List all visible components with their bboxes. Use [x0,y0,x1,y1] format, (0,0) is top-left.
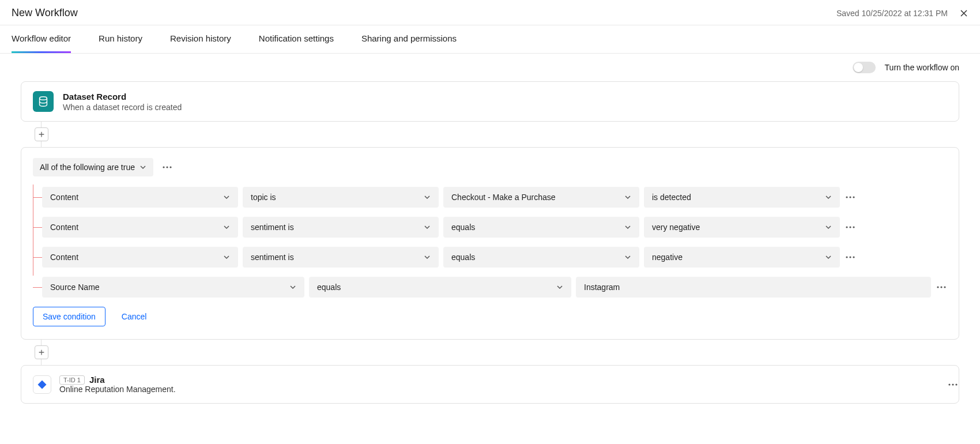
rule-result-select[interactable]: is detected [644,187,840,208]
rule-value-select[interactable]: equals [443,217,639,238]
svg-point-9 [853,226,854,228]
svg-point-5 [849,196,851,198]
chevron-down-icon [825,224,832,231]
chevron-down-icon [624,194,631,201]
rule-value-select[interactable]: equals [443,247,639,268]
action-title: Jira [89,375,105,385]
chevron-down-icon [223,224,230,231]
rule-menu-button[interactable] [845,191,856,203]
condition-rule-row: Source Name equals Instagram [42,277,947,298]
chevron-down-icon [223,194,230,201]
svg-point-1 [163,166,164,168]
chevron-down-icon [825,194,832,201]
rule-operator-select[interactable]: equals [309,277,571,298]
svg-point-4 [846,196,847,198]
action-badge: T-ID 1 [59,375,85,385]
trigger-subtitle: When a dataset record is created [63,103,182,112]
action-menu-button[interactable] [947,379,959,390]
add-step-button[interactable] [35,127,48,141]
close-icon[interactable] [959,9,968,18]
tab-notification-settings[interactable]: Notification settings [259,25,334,53]
chevron-down-icon [424,254,431,261]
chevron-down-icon [424,224,431,231]
trigger-title: Dataset Record [63,92,182,101]
trigger-card[interactable]: Dataset Record When a dataset record is … [21,81,959,122]
svg-point-10 [846,256,847,258]
chevron-down-icon [624,254,631,261]
svg-point-6 [853,196,854,198]
rule-field-select[interactable]: Content [42,187,238,208]
rule-value-select[interactable]: Instagram [576,277,931,298]
rule-value-select[interactable]: Checkout - Make a Purchase [443,187,639,208]
add-step-button[interactable] [35,345,48,359]
chevron-down-icon [289,284,296,291]
svg-point-0 [40,97,47,100]
rule-menu-button[interactable] [936,281,947,293]
save-condition-button[interactable]: Save condition [33,307,105,326]
condition-rule-row: Content sentiment is equals negative [42,247,947,268]
rule-menu-button[interactable] [845,251,856,263]
svg-point-3 [169,166,171,168]
svg-point-2 [166,166,168,168]
rule-operator-select[interactable]: topic is [243,187,439,208]
condition-scope-label: All of the following are true [40,163,135,172]
page-title: New Workflow [12,7,78,19]
chevron-down-icon [624,224,631,231]
rule-field-select[interactable]: Content [42,247,238,268]
tab-run-history[interactable]: Run history [99,25,142,53]
rule-menu-button[interactable] [845,221,856,233]
condition-card: All of the following are true Content to… [21,147,959,340]
workflow-on-label: Turn the workflow on [885,63,959,72]
chevron-down-icon [223,254,230,261]
cancel-condition-button[interactable]: Cancel [122,312,147,321]
svg-point-13 [937,286,938,288]
chevron-down-icon [556,284,563,291]
rule-result-select[interactable]: very negative [644,217,840,238]
svg-point-14 [940,286,942,288]
saved-timestamp: Saved 10/25/2022 at 12:31 PM [836,9,948,18]
condition-menu-button[interactable] [161,161,173,173]
workflow-on-toggle[interactable] [853,62,876,73]
chevron-down-icon [825,254,832,261]
svg-point-17 [952,383,953,385]
dataset-record-icon [33,91,54,112]
rule-result-select[interactable]: negative [644,247,840,268]
svg-point-7 [846,226,847,228]
tab-sharing-permissions[interactable]: Sharing and permissions [361,25,457,53]
svg-point-16 [948,383,950,385]
svg-point-18 [955,383,957,385]
svg-point-12 [853,256,854,258]
rule-field-select[interactable]: Content [42,217,238,238]
rule-operator-select[interactable]: sentiment is [243,247,439,268]
svg-point-15 [944,286,945,288]
tabs: Workflow editor Run history Revision his… [0,25,980,54]
svg-point-8 [849,226,851,228]
condition-rule-row: Content sentiment is equals very negativ… [42,217,947,238]
chevron-down-icon [424,194,431,201]
action-subtitle: Online Reputation Management. [59,385,176,394]
rule-operator-select[interactable]: sentiment is [243,217,439,238]
action-card-jira[interactable]: T-ID 1 Jira Online Reputation Management… [21,365,959,404]
tab-workflow-editor[interactable]: Workflow editor [12,25,71,53]
condition-scope-select[interactable]: All of the following are true [33,158,153,176]
svg-point-11 [849,256,851,258]
tab-revision-history[interactable]: Revision history [170,25,231,53]
jira-icon [33,375,51,394]
condition-rule-row: Content topic is Checkout - Make a Purch… [42,187,947,208]
chevron-down-icon [140,164,146,171]
rule-field-select[interactable]: Source Name [42,277,304,298]
